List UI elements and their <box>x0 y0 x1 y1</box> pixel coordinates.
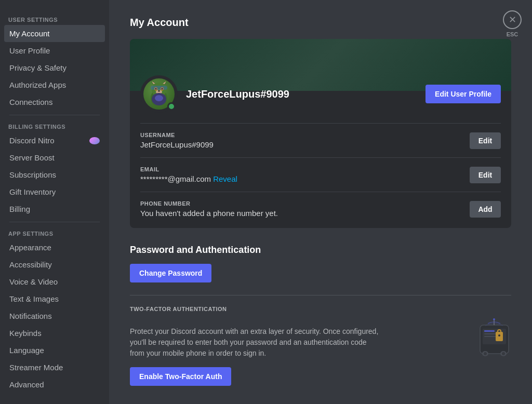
email-value: *********@gmail.comReveal <box>140 174 237 183</box>
sidebar-item-subscriptions[interactable]: Subscriptions <box>4 166 105 183</box>
sidebar-item-label: Accessibility <box>9 260 100 269</box>
sidebar-item-connections[interactable]: Connections <box>4 93 105 111</box>
sidebar-item-label: Privacy & Safety <box>9 63 100 72</box>
online-status-indicator <box>167 102 176 111</box>
sidebar-item-streamer-mode[interactable]: Streamer Mode <box>4 359 105 376</box>
phone-info: PHONE NUMBER You haven't added a phone n… <box>140 200 278 218</box>
two-factor-description: Protect your Discord account with an ext… <box>130 326 379 359</box>
two-factor-illustration <box>438 317 511 359</box>
phone-value: You haven't added a phone number yet. <box>140 209 278 218</box>
section-divider <box>130 295 511 295</box>
sidebar-item-my-account[interactable]: My Account <box>4 25 105 42</box>
email-edit-button[interactable]: Edit <box>470 167 501 183</box>
sidebar-item-label: Voice & Video <box>9 277 100 286</box>
sidebar-item-label: Advanced <box>9 380 100 389</box>
profile-username: JetForceLupus#9099 <box>186 88 425 100</box>
sidebar-item-label: Connections <box>9 98 100 106</box>
sidebar-divider <box>9 115 100 115</box>
svg-rect-19 <box>484 336 497 337</box>
username-value: JetForceLupus#9099 <box>140 140 214 149</box>
sidebar-item-label: Streamer Mode <box>9 363 100 372</box>
sidebar-item-label: Language <box>9 346 100 355</box>
sidebar-item-text-images[interactable]: Text & Images <box>4 290 105 307</box>
email-masked: *********@gmail.com <box>140 174 211 183</box>
sidebar-item-label: Gift Inventory <box>9 187 100 196</box>
username-info: USERNAME JetForceLupus#9099 <box>140 132 214 149</box>
sidebar-item-authorized-apps[interactable]: Authorized Apps <box>4 76 105 93</box>
phone-add-button[interactable]: Add <box>470 201 501 218</box>
sidebar-item-label: Appearance <box>9 243 100 252</box>
sidebar-item-label: My Account <box>9 29 100 38</box>
svg-point-14 <box>155 95 163 101</box>
sidebar-item-billing[interactable]: Billing <box>4 200 105 218</box>
sidebar-item-gift-inventory[interactable]: Gift Inventory <box>4 183 105 200</box>
sidebar-item-appearance[interactable]: Appearance <box>4 239 105 256</box>
username-row: USERNAME JetForceLupus#9099 Edit <box>140 123 501 157</box>
sidebar-item-voice-video[interactable]: Voice & Video <box>4 273 105 290</box>
sidebar-item-label: Server Boost <box>9 153 100 162</box>
avatar-wrapper <box>140 75 178 113</box>
sidebar-item-accessibility[interactable]: Accessibility <box>4 256 105 273</box>
svg-point-28 <box>493 318 495 320</box>
esc-label: ESC <box>507 31 518 37</box>
sidebar-item-language[interactable]: Language <box>4 342 105 359</box>
info-section: USERNAME JetForceLupus#9099 Edit EMAIL *… <box>130 123 511 228</box>
profile-card: JetForceLupus#9099 Edit User Profile USE… <box>130 39 511 228</box>
svg-point-11 <box>158 90 160 92</box>
sidebar-item-label: Discord Nitro <box>9 136 86 145</box>
sidebar-item-discord-nitro[interactable]: Discord Nitro <box>4 132 105 149</box>
sidebar: User Settings My Account User Profile Pr… <box>0 0 109 404</box>
sidebar-item-privacy-safety[interactable]: Privacy & Safety <box>4 59 105 76</box>
password-section-title: Password and Authentication <box>130 243 511 255</box>
two-factor-section: TWO-FACTOR AUTHENTICATION Protect your D… <box>130 306 511 386</box>
two-factor-label: TWO-FACTOR AUTHENTICATION <box>130 306 511 312</box>
sidebar-item-notifications[interactable]: Notifications <box>4 307 105 325</box>
svg-rect-17 <box>484 330 495 332</box>
sidebar-item-label: User Profile <box>9 46 100 55</box>
sidebar-item-user-profile[interactable]: User Profile <box>4 42 105 59</box>
sidebar-section-user-settings: User Settings <box>4 12 105 25</box>
sidebar-section-app-settings: App Settings <box>4 226 105 239</box>
svg-rect-12 <box>151 86 167 90</box>
username-label: USERNAME <box>140 132 214 138</box>
close-button[interactable]: ✕ <box>503 10 522 29</box>
phone-row: PHONE NUMBER You haven't added a phone n… <box>140 192 501 226</box>
username-edit-button[interactable]: Edit <box>470 132 501 149</box>
reveal-link[interactable]: Reveal <box>213 174 237 183</box>
email-info: EMAIL *********@gmail.comReveal <box>140 166 237 183</box>
sidebar-section-billing: Billing Settings <box>4 119 105 132</box>
svg-point-22 <box>498 334 500 336</box>
sidebar-item-label: Authorized Apps <box>9 80 100 89</box>
page-title: My Account <box>130 17 511 29</box>
svg-point-25 <box>484 352 487 355</box>
sidebar-item-label: Subscriptions <box>9 170 100 179</box>
sidebar-item-keybinds[interactable]: Keybinds <box>4 325 105 342</box>
svg-point-26 <box>502 352 505 355</box>
main-content: ✕ ESC My Account <box>109 0 532 404</box>
email-row: EMAIL *********@gmail.comReveal Edit <box>140 157 501 192</box>
sidebar-item-advanced[interactable]: Advanced <box>4 376 105 393</box>
close-button-wrapper[interactable]: ✕ ESC <box>503 10 522 37</box>
phone-label: PHONE NUMBER <box>140 200 278 207</box>
two-factor-content: Protect your Discord account with an ext… <box>130 317 511 359</box>
sidebar-divider-2 <box>9 222 100 222</box>
sidebar-item-server-boost[interactable]: Server Boost <box>4 149 105 166</box>
edit-profile-button[interactable]: Edit User Profile <box>425 85 501 103</box>
sidebar-item-label: Billing <box>9 205 100 213</box>
nitro-icon <box>89 137 100 144</box>
change-password-button[interactable]: Change Password <box>130 264 211 282</box>
email-label: EMAIL <box>140 166 237 172</box>
sidebar-item-label: Keybinds <box>9 329 100 338</box>
enable-two-factor-button[interactable]: Enable Two-Factor Auth <box>130 367 231 386</box>
password-section: Password and Authentication Change Passw… <box>130 243 511 386</box>
sidebar-item-label: Notifications <box>9 312 100 320</box>
sidebar-item-label: Text & Images <box>9 294 100 303</box>
profile-header: JetForceLupus#9099 Edit User Profile <box>130 75 511 123</box>
